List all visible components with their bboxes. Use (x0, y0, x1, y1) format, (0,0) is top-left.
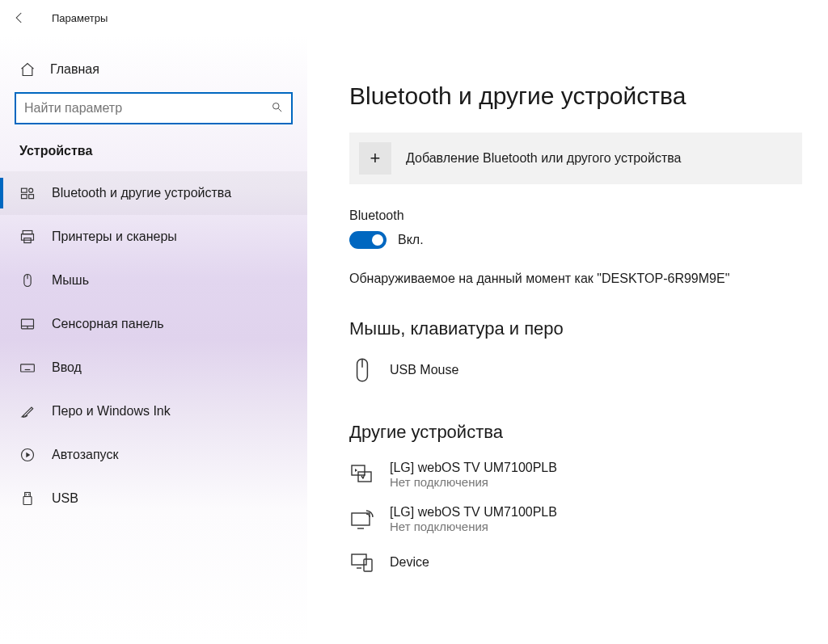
sidebar-item-usb[interactable]: USB (0, 477, 307, 520)
device-status: Нет подключения (390, 520, 557, 533)
svg-rect-20 (25, 493, 31, 497)
sidebar-item-bluetooth[interactable]: Bluetooth и другие устройства (0, 171, 307, 215)
sidebar-item-mouse[interactable]: Мышь (0, 259, 307, 302)
bluetooth-label: Bluetooth (349, 208, 796, 223)
keyboard-icon (19, 360, 36, 376)
sidebar-item-label: Перо и Windows Ink (52, 404, 171, 419)
mouse-device-icon (349, 357, 375, 383)
discoverable-text: Обнаруживаемое на данный момент как "DES… (349, 271, 796, 286)
autoplay-icon (19, 447, 36, 463)
pen-icon (19, 403, 36, 419)
svg-rect-5 (23, 231, 32, 234)
svg-rect-2 (22, 195, 27, 199)
display-wireless-icon (349, 507, 375, 532)
sidebar-item-label: USB (52, 491, 78, 506)
device-name: Device (390, 555, 429, 570)
section-mouse-keyboard: Мышь, клавиатура и перо (349, 318, 796, 339)
main-panel: Bluetooth и другие устройства + Добавлен… (307, 36, 828, 644)
bluetooth-toggle-state: Вкл. (398, 233, 424, 247)
sidebar-item-autoplay[interactable]: Автозапуск (0, 433, 307, 477)
device-name: [LG] webOS TV UM7100PLB (390, 461, 557, 475)
add-device-label: Добавление Bluetooth или другого устройс… (406, 151, 682, 166)
sidebar-item-printers[interactable]: Принтеры и сканеры (0, 215, 307, 259)
mouse-icon (19, 272, 36, 288)
device-row-usb-mouse[interactable]: USB Mouse (349, 352, 796, 394)
sidebar-item-label: Сенсорная панель (52, 317, 164, 331)
sidebar-item-pen[interactable]: Перо и Windows Ink (0, 389, 307, 433)
device-name: USB Mouse (390, 363, 458, 377)
search-icon (271, 101, 283, 116)
sidebar-item-touchpad[interactable]: Сенсорная панель (0, 302, 307, 346)
home-label: Главная (50, 62, 99, 77)
svg-rect-4 (29, 195, 34, 199)
device-row-display[interactable]: [LG] webOS TV UM7100PLB Нет подключения (349, 500, 796, 545)
section-other-devices: Другие устройства (349, 422, 796, 443)
section-header-devices: Устройства (0, 144, 307, 171)
device-status: Нет подключения (390, 475, 557, 489)
svg-rect-6 (22, 234, 34, 241)
generic-device-icon (349, 549, 375, 575)
usb-icon (19, 490, 36, 507)
touchpad-icon (19, 316, 36, 332)
printer-icon (19, 229, 36, 245)
svg-rect-1 (22, 188, 27, 192)
plus-icon: + (359, 142, 391, 175)
search-box[interactable] (15, 92, 293, 124)
svg-point-0 (273, 103, 280, 110)
device-name: [LG] webOS TV UM7100PLB (390, 505, 557, 520)
back-button[interactable] (6, 5, 32, 31)
sidebar-item-label: Мышь (52, 273, 89, 288)
device-row-generic[interactable]: Device (349, 545, 796, 587)
svg-rect-21 (23, 497, 32, 505)
device-row-media[interactable]: [LG] webOS TV UM7100PLB Нет подключения (349, 456, 796, 500)
add-device-button[interactable]: + Добавление Bluetooth или другого устро… (349, 133, 802, 184)
bluetooth-devices-icon (19, 185, 36, 201)
media-device-icon (349, 462, 375, 488)
home-icon (19, 61, 36, 78)
sidebar-item-typing[interactable]: Ввод (0, 346, 307, 389)
window-title: Параметры (52, 12, 108, 24)
sidebar-item-label: Ввод (52, 360, 82, 375)
svg-rect-13 (21, 364, 35, 372)
search-input[interactable] (24, 101, 271, 116)
page-title: Bluetooth и другие устройства (349, 82, 796, 110)
bluetooth-toggle[interactable] (349, 231, 387, 249)
svg-point-3 (29, 188, 33, 192)
svg-rect-28 (352, 513, 370, 525)
sidebar: Главная Устройства Bluetooth и другие ус… (0, 36, 307, 644)
sidebar-item-label: Принтеры и сканеры (52, 229, 177, 244)
sidebar-item-label: Автозапуск (52, 448, 118, 462)
sidebar-item-label: Bluetooth и другие устройства (52, 186, 231, 200)
home-link[interactable]: Главная (0, 47, 307, 92)
